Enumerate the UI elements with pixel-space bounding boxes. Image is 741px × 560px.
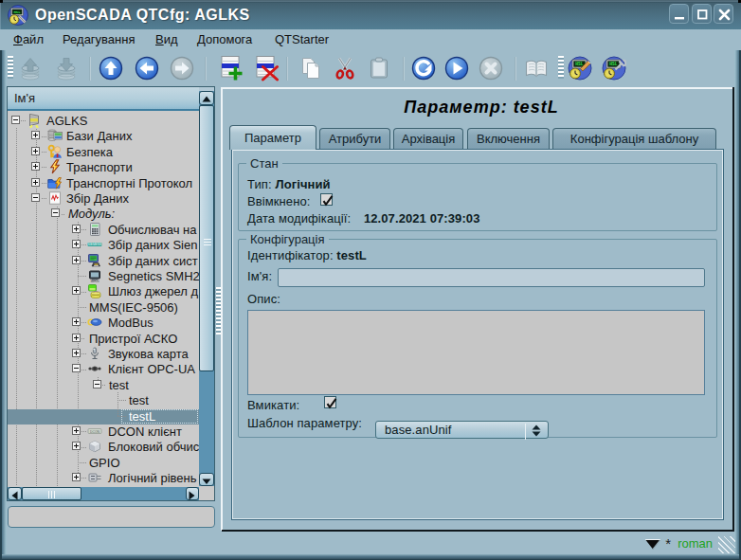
svg-text:DCON: DCON	[90, 430, 100, 434]
svg-text:HSL: HSL	[13, 10, 21, 14]
svg-text:SIEMENS: SIEMENS	[88, 243, 101, 246]
